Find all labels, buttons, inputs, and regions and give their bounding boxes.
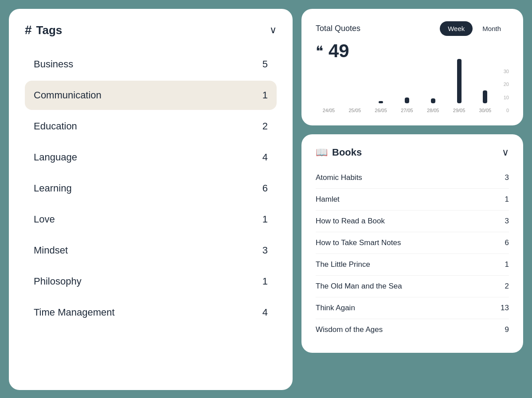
quotes-card: Total Quotes WeekMonth ❝ 49 24/05 25/05 …: [301, 9, 523, 125]
tag-name: Education: [34, 121, 77, 132]
bar: [483, 90, 487, 103]
tag-count: 6: [262, 183, 268, 194]
tab-group: WeekMonth: [440, 21, 509, 36]
tags-panel: # Tags ∨ Business 5 Communication 1 Educ…: [9, 9, 293, 390]
bar-label: 30/05: [479, 108, 492, 113]
tags-title: # Tags: [25, 23, 62, 37]
tag-count: 1: [262, 214, 268, 225]
tag-name: Mindset: [34, 245, 68, 256]
tag-name: Communication: [34, 90, 102, 101]
tag-name: Love: [34, 214, 55, 225]
bar: [457, 59, 462, 103]
hash-icon: #: [25, 23, 32, 37]
books-header: 📖 Books ∨: [316, 147, 509, 158]
book-item[interactable]: How to Read a Book 3: [316, 211, 509, 232]
quotes-count-row: ❝ 49: [316, 40, 509, 62]
book-count: 2: [505, 282, 509, 291]
y-axis-label: 30: [504, 69, 509, 74]
bar-label: 27/05: [401, 108, 413, 113]
tag-item[interactable]: Communication 1: [25, 81, 277, 110]
books-title-label: Books: [332, 147, 362, 158]
main-container: # Tags ∨ Business 5 Communication 1 Educ…: [9, 9, 523, 390]
tags-list: Business 5 Communication 1 Education 2 L…: [25, 50, 277, 327]
quotes-number: 49: [329, 40, 349, 62]
books-list: Atomic Habits 3 Hamlet 1 How to Read a B…: [316, 167, 509, 340]
book-item[interactable]: The Little Prince 1: [316, 254, 509, 276]
bar-col: 24/05: [316, 103, 342, 113]
bar-col: 25/05: [342, 103, 368, 113]
books-chevron-icon[interactable]: ∨: [502, 147, 509, 158]
tag-name: Philosophy: [34, 276, 82, 287]
quotes-title-label: Total Quotes: [316, 24, 360, 33]
tag-item[interactable]: Time Management 4: [25, 298, 277, 327]
bar-col: 28/05: [420, 98, 446, 113]
tag-item[interactable]: Education 2: [25, 112, 277, 141]
tag-count: 3: [262, 245, 268, 256]
tag-name: Time Management: [34, 307, 115, 318]
tag-item[interactable]: Philosophy 1: [25, 267, 277, 296]
tag-count: 5: [262, 59, 268, 70]
book-item[interactable]: How to Take Smart Notes 6: [316, 232, 509, 254]
book-name: Think Again: [316, 304, 355, 312]
bar-label: 24/05: [323, 108, 335, 113]
book-name: How to Read a Book: [316, 217, 385, 226]
tag-name: Learning: [34, 183, 72, 194]
book-item[interactable]: Wisdom of the Ages 9: [316, 319, 509, 340]
tab-button[interactable]: Week: [440, 21, 473, 36]
quote-mark-icon: ❝: [316, 44, 323, 58]
bar-label: 25/05: [348, 108, 361, 113]
bar-col: 26/05: [368, 101, 394, 113]
book-item[interactable]: Think Again 13: [316, 297, 509, 319]
y-axis-label: 0: [506, 108, 509, 113]
bar: [379, 101, 383, 103]
bar-col: 29/05: [446, 59, 472, 113]
bar-chart: 24/05 25/05 26/05 27/05 28/05 29/05 30/0…: [316, 69, 498, 113]
tags-chevron-icon[interactable]: ∨: [270, 24, 277, 36]
quotes-header: Total Quotes WeekMonth: [316, 21, 509, 36]
book-name: Atomic Habits: [316, 173, 362, 182]
tag-item[interactable]: Learning 6: [25, 174, 277, 203]
books-title: 📖 Books: [316, 147, 362, 158]
tags-header: # Tags ∨: [25, 23, 277, 37]
bar: [431, 98, 435, 103]
tag-item[interactable]: Business 5: [25, 50, 277, 79]
book-name: Wisdom of the Ages: [316, 325, 383, 334]
y-axis: 3020100: [504, 69, 509, 113]
book-icon: 📖: [316, 147, 328, 158]
tag-count: 1: [262, 90, 268, 101]
bar: [405, 98, 409, 103]
tag-count: 1: [262, 276, 268, 287]
tab-button[interactable]: Month: [474, 21, 509, 36]
book-count: 9: [505, 325, 509, 334]
books-panel: 📖 Books ∨ Atomic Habits 3 Hamlet 1 How t…: [301, 134, 523, 353]
tag-count: 4: [262, 152, 268, 163]
tag-item[interactable]: Mindset 3: [25, 236, 277, 265]
tag-count: 2: [262, 121, 268, 132]
tag-item[interactable]: Love 1: [25, 205, 277, 234]
chart-wrapper: 24/05 25/05 26/05 27/05 28/05 29/05 30/0…: [316, 69, 509, 113]
book-item[interactable]: Hamlet 1: [316, 189, 509, 211]
book-name: The Old Man and the Sea: [316, 282, 402, 291]
book-item[interactable]: The Old Man and the Sea 2: [316, 276, 509, 297]
tag-count: 4: [262, 307, 268, 318]
tags-title-label: Tags: [36, 23, 63, 37]
right-column: Total Quotes WeekMonth ❝ 49 24/05 25/05 …: [301, 9, 523, 353]
y-axis-label: 10: [504, 95, 509, 100]
book-count: 6: [505, 238, 509, 247]
tag-name: Language: [34, 152, 77, 163]
book-count: 1: [505, 195, 509, 204]
bar-col: 30/05: [472, 90, 498, 113]
book-count: 13: [501, 304, 509, 312]
bar-label: 29/05: [453, 108, 466, 113]
book-count: 3: [505, 217, 509, 226]
y-axis-label: 20: [504, 82, 509, 87]
bar-col: 27/05: [394, 98, 420, 113]
bar-label: 28/05: [427, 108, 439, 113]
book-name: The Little Prince: [316, 260, 370, 269]
book-count: 3: [505, 173, 509, 182]
book-item[interactable]: Atomic Habits 3: [316, 167, 509, 189]
book-name: How to Take Smart Notes: [316, 238, 401, 247]
tag-name: Business: [34, 59, 73, 70]
bar-label: 26/05: [375, 108, 387, 113]
tag-item[interactable]: Language 4: [25, 143, 277, 172]
